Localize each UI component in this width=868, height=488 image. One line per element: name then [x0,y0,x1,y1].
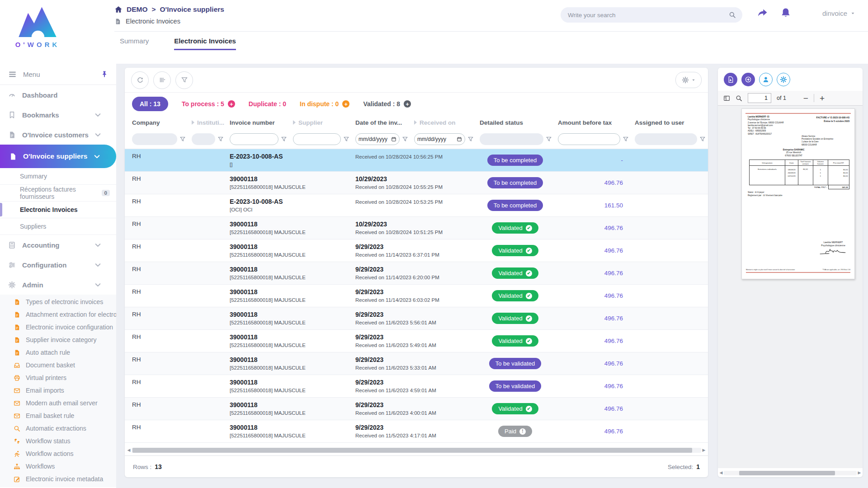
scroll-right-arrow-icon[interactable]: ▶ [702,448,706,452]
cell-amount[interactable]: 496.76 [554,398,631,420]
admin-subitem[interactable]: Email imports [0,384,116,397]
scrollbar-track[interactable] [132,448,701,453]
column-funnel-icon[interactable] [400,136,410,142]
column-funnel-icon[interactable] [341,136,352,142]
status-filter-pill[interactable]: To process : 5 [182,100,235,108]
page-number-input[interactable] [748,93,771,103]
sidebar-subitem[interactable]: Suppliers [0,218,116,235]
status-filter-pill[interactable]: Duplicate : 0 [249,100,286,108]
plus-circle-icon[interactable] [228,100,235,108]
date-filter-input[interactable]: mm/dd/yyyy [414,133,465,145]
invoice-row[interactable]: RH E-2023-10-008-AS [] Received on 10/28… [125,149,708,172]
invoice-row[interactable]: RH 39000118 [52251165800018] MAJUSCULE 9… [125,307,708,330]
date-filter-input[interactable]: mm/dd/yyyy [355,133,400,145]
scroll-right-arrow-icon[interactable]: ▶ [858,471,861,475]
invoice-row[interactable]: RH 39000118 [52251165800018] MAJUSCULE 9… [125,420,708,443]
sidebar-item[interactable]: Dashboard [0,85,116,105]
home-icon[interactable] [114,5,123,14]
sidebar-item[interactable]: O'Invoice customers [0,125,116,145]
sidebar-toggle-icon[interactable] [723,95,730,102]
text-filter-input[interactable] [293,133,341,145]
user-menu[interactable]: dinvoice [822,9,855,17]
pdf-download-button[interactable] [724,73,737,86]
cell-amount[interactable]: 496.76 [554,420,631,442]
sidebar-item[interactable]: Configuration [0,255,116,275]
table-settings-button[interactable] [675,72,702,88]
sidebar-subitem[interactable]: Electronic Invoices [0,202,116,218]
preview-settings-button[interactable] [777,73,790,86]
admin-subitem[interactable]: Workflow status [0,435,116,447]
cell-amount[interactable]: 496.76 [554,239,631,262]
invoice-row[interactable]: RH E-2023-10-008-AS [OCI] OCI Received o… [125,194,708,217]
sidebar-subitem[interactable]: Summary [0,168,116,185]
invoice-row[interactable]: RH 39000118 [52251165800018] MAJUSCULE 1… [125,172,708,194]
cell-amount[interactable]: 496.76 [554,262,631,284]
column-funnel-icon[interactable] [177,136,188,142]
column-header[interactable]: Instituti... [188,119,226,126]
admin-subitem[interactable]: Supplier invoice category [0,333,116,346]
invoice-row[interactable]: RH 39000118 [52251165800018] MAJUSCULE 9… [125,330,708,352]
scrollbar-track[interactable] [724,471,857,475]
column-funnel-icon[interactable] [278,136,289,142]
invoice-row[interactable]: RH 39000118 [52251165800018] MAJUSCULE 9… [125,262,708,285]
admin-subitem[interactable]: Automatic extractions [0,422,116,435]
column-funnel-icon[interactable] [543,136,554,142]
filter-button[interactable] [175,71,193,89]
scrollbar-thumb[interactable] [132,448,692,453]
status-filter-pill[interactable]: In dispute : 0 [300,100,349,108]
column-funnel-icon[interactable] [620,136,631,142]
column-header[interactable]: Assigned to user [631,119,708,126]
notifications-bell-icon[interactable] [780,7,791,18]
calendar-icon[interactable] [391,136,396,142]
column-header[interactable]: Supplier [289,119,352,126]
status-filter-pill[interactable]: All : 13 [132,97,168,111]
cell-amount[interactable]: 161.50 [554,194,631,216]
hamburger-menu-icon[interactable] [8,70,17,79]
column-header[interactable]: Company [125,119,188,126]
plus-circle-icon[interactable] [404,100,411,108]
invoice-row[interactable]: RH 39000118 [52251165800018] MAJUSCULE 9… [125,239,708,262]
pin-icon[interactable] [101,70,108,78]
assign-user-button[interactable] [759,73,773,86]
invoice-row[interactable]: RH 39000118 [52251165800018] MAJUSCULE 9… [125,285,708,307]
admin-subitem[interactable]: Virtual printers [0,371,116,384]
sidebar-item[interactable]: Bookmarks [0,105,116,125]
admin-subitem[interactable]: Electronic invoice configuration [0,321,116,333]
cell-amount[interactable]: - [554,149,631,171]
share-icon[interactable] [757,7,768,18]
collapsed-column-arrow-icon[interactable] [293,120,296,125]
text-filter-input[interactable] [558,133,620,145]
column-funnel-icon[interactable] [465,136,476,142]
refresh-button[interactable] [131,71,149,89]
zoom-in-button[interactable]: + [820,94,825,103]
admin-subitem[interactable]: Email basket rule [0,409,116,422]
admin-subitem[interactable]: Modern auth email server [0,397,116,409]
zoom-out-button[interactable]: − [803,94,808,103]
admin-subitem[interactable]: Workflows [0,460,116,473]
breadcrumb-section[interactable]: O'Invoice suppliers [160,5,224,14]
cell-amount[interactable]: 496.76 [554,375,631,397]
columns-button[interactable] [153,71,171,89]
invoice-row[interactable]: RH 39000118 [52251165800018] MAJUSCULE 1… [125,217,708,239]
invoice-row[interactable]: RH 39000118 [52251165800018] MAJUSCULE 9… [125,398,708,420]
cell-amount[interactable]: 496.76 [554,307,631,329]
admin-subitem[interactable]: Document basket [0,359,116,371]
column-header[interactable]: Received on [410,119,476,126]
breadcrumb-home[interactable]: DEMO [127,5,148,14]
column-funnel-icon[interactable] [697,136,708,142]
status-filter-pill[interactable]: Validated : 8 [363,100,411,108]
cell-amount[interactable]: 496.76 [554,285,631,307]
open-invoice-button[interactable] [741,73,755,86]
sidebar-item[interactable]: Accounting [0,235,116,255]
text-filter-input[interactable] [230,133,278,145]
scroll-left-arrow-icon[interactable]: ◀ [719,471,723,475]
calendar-icon[interactable] [457,136,462,142]
collapsed-column-arrow-icon[interactable] [192,120,194,125]
pdf-search-icon[interactable] [736,95,742,102]
plus-circle-icon[interactable] [342,100,349,108]
admin-subitem[interactable]: Auto attach rule [0,346,116,359]
scroll-left-arrow-icon[interactable]: ◀ [127,448,131,452]
admin-subitem[interactable]: Attachment extraction for electron [0,308,116,321]
search-icon[interactable] [729,11,736,19]
column-funnel-icon[interactable] [215,136,226,142]
